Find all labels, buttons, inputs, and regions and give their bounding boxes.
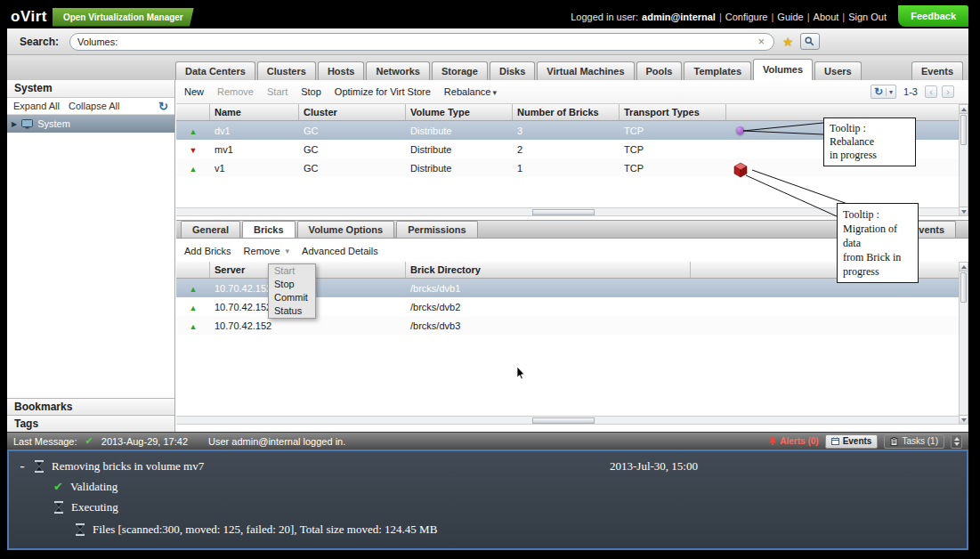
number-of-bricks-column-header[interactable]: Number of Bricks [513,104,620,120]
alerts-button[interactable]: Alerts (0) [768,436,818,446]
subtab-general[interactable]: General [181,221,240,238]
tree-item-label: System [37,118,70,129]
scroll-down-button[interactable] [960,415,968,424]
system-tree-sidebar: System Expand All Collapse All ↻ ▶ Syste… [7,80,175,432]
subtab-bricks[interactable]: Bricks [242,221,296,238]
tab-volumes[interactable]: Volumes [753,59,813,80]
tab-storage[interactable]: Storage [432,61,488,80]
scrollbar-thumb[interactable] [960,115,967,145]
tooltip-line: from Brick in [843,250,912,264]
tasks-footer-label: Tasks (1) [902,436,938,446]
tree-expand-icon[interactable]: ▶ [12,120,17,128]
system-monitor-icon [21,119,33,129]
remove-bricks-menu-caret-icon[interactable]: ▾ [286,247,290,255]
tab-virtual-machines[interactable]: Virtual Machines [537,61,634,80]
tab-users[interactable]: Users [814,61,862,80]
status-column-header[interactable] [176,104,210,120]
brick-row-dvb3[interactable]: ▲ 10.70.42.152 /brcks/dvb3 [176,316,959,335]
scrollbar-thumb[interactable] [532,417,595,424]
search-input[interactable] [77,36,756,47]
clear-search-icon[interactable]: × [756,35,766,48]
collapse-panel-icon [954,442,960,446]
prev-page-button[interactable]: ‹ [925,85,937,98]
task-header-row: - Removing bricks in volume mv7 [18,458,204,474]
stop-volume-button[interactable]: Stop [301,86,321,97]
about-link[interactable]: About [814,12,839,22]
guide-link[interactable]: Guide [777,12,803,22]
step-label: Files [scanned:300, moved: 125, failed: … [93,523,437,537]
tab-events[interactable]: Events [911,61,963,80]
brick-directory: /brcks/dvb3 [406,320,691,331]
optimize-virt-store-button[interactable]: Optimize for Virt Store [335,86,431,97]
subtab-permissions[interactable]: Permissions [396,221,477,238]
volume-name: mv1 [210,144,299,155]
search-input-wrap[interactable]: × [69,33,774,51]
ovirt-logo: oVirt [11,8,47,26]
advanced-details-button[interactable]: Advanced Details [302,246,378,256]
sidebar-section-bookmarks[interactable]: Bookmarks [7,398,174,415]
volume-transport: TCP [620,126,726,136]
scroll-up-button[interactable] [960,105,968,114]
bricks-vertical-scrollbar[interactable] [959,262,968,425]
sign-out-link[interactable]: Sign Out [848,12,887,22]
menu-item-stop[interactable]: Stop [269,278,315,291]
step-label: Executing [71,500,118,514]
cluster-column-header[interactable]: Cluster [299,104,406,120]
subtab-volume-options[interactable]: Volume Options [297,221,395,238]
remove-volume-button[interactable]: Remove [217,86,254,97]
collapse-task-toggle[interactable]: - [18,458,27,474]
tab-data-centers[interactable]: Data Centers [175,61,255,80]
menu-item-status[interactable]: Status [269,304,315,318]
expand-all-link[interactable]: Expand All [13,101,60,111]
grid-refresh-button[interactable]: ↻ ▾ [871,85,896,99]
logged-in-label: Logged in user: [571,12,638,22]
tab-clusters[interactable]: Clusters [257,61,316,80]
tab-disks[interactable]: Disks [490,61,535,80]
new-volume-button[interactable]: New [184,86,204,97]
volume-transport: TCP [620,163,726,174]
rebalance-button[interactable]: Rebalance▾ [444,86,497,97]
magnifier-icon [805,36,814,46]
tab-pools[interactable]: Pools [636,61,683,80]
add-bricks-button[interactable]: Add Bricks [184,246,231,256]
task-step-row: ✔ Validating [53,480,117,494]
brick-directory-column-header[interactable]: Brick Directory [406,262,691,278]
hourglass-icon [34,460,45,473]
status-column-header[interactable] [176,262,210,278]
volumes-vertical-scrollbar[interactable] [959,104,968,216]
tree-item-system[interactable]: ▶ System [7,115,174,133]
sidebar-section-tags[interactable]: Tags [7,415,174,432]
tasks-footer-button[interactable]: Tasks (1) [884,434,944,449]
menu-item-commit[interactable]: Commit [269,291,315,304]
tree-refresh-icon[interactable]: ↻ [158,100,168,113]
remove-bricks-button[interactable]: Remove [244,246,280,256]
events-footer-button[interactable]: Events [825,434,879,449]
menu-item-start[interactable]: Start [269,264,315,278]
tab-hosts[interactable]: Hosts [318,61,365,80]
configure-link[interactable]: Configure [725,12,768,22]
bookmark-star-icon[interactable]: ★ [782,35,794,49]
bricks-horizontal-scrollbar[interactable] [176,416,959,425]
feedback-button[interactable]: Feedback [898,5,968,27]
scroll-down-icon [961,210,967,214]
separator: | [842,12,845,22]
volume-type: Distribute [406,126,513,136]
search-button[interactable] [800,33,820,50]
events-footer-label: Events [843,436,872,446]
tab-networks[interactable]: Networks [366,61,430,80]
name-column-header[interactable]: Name [210,104,299,120]
tree-controls: Expand All Collapse All ↻ [7,98,174,115]
success-check-icon: ✔ [85,435,93,447]
panel-resize-control[interactable] [951,434,962,449]
scroll-down-button[interactable] [960,207,968,215]
transport-types-column-header[interactable]: Transport Types [620,104,726,120]
collapse-all-link[interactable]: Collapse All [69,101,119,111]
scroll-up-button[interactable] [960,263,968,271]
next-page-button[interactable]: › [942,85,954,98]
scrollbar-thumb[interactable] [960,272,967,303]
volume-down-icon: ▼ [190,146,198,155]
volume-type-column-header[interactable]: Volume Type [406,104,513,120]
scrollbar-thumb[interactable] [532,209,595,215]
tab-templates[interactable]: Templates [684,61,751,80]
start-volume-button[interactable]: Start [267,86,288,97]
